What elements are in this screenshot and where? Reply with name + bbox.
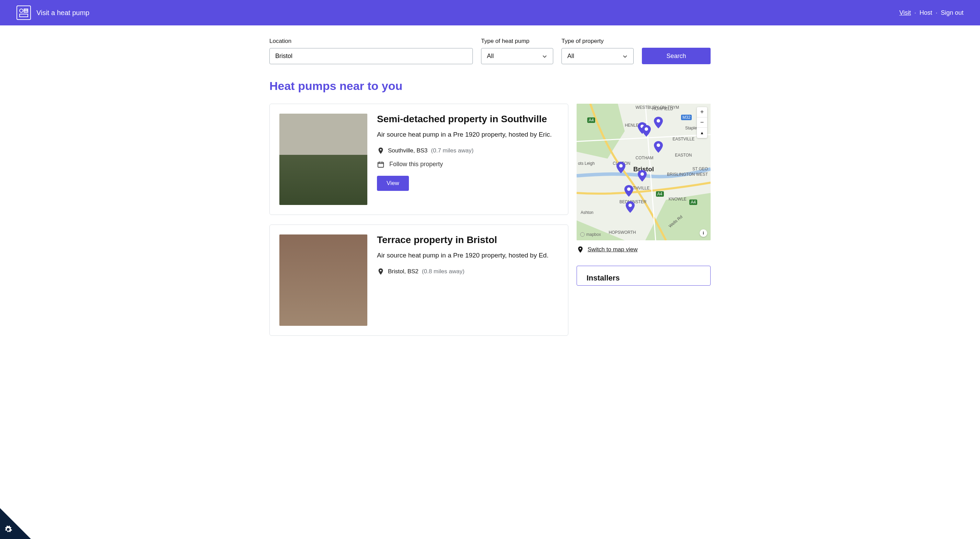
switch-map-link[interactable]: Switch to map view xyxy=(588,246,638,253)
map-pin-icon[interactable] xyxy=(638,170,647,182)
svg-point-5 xyxy=(380,270,382,271)
installers-heading: Installers xyxy=(587,274,701,282)
header-nav: Visit · Host · Sign out xyxy=(899,9,964,16)
map-area-label: HORFIELD xyxy=(652,106,673,111)
heatpump-logo-icon xyxy=(16,5,31,20)
listing-card: Semi-detached property in Southville Air… xyxy=(269,104,568,215)
heatpump-type-label: Type of heat pump xyxy=(481,38,553,44)
map-pin-icon[interactable] xyxy=(624,185,633,197)
view-button[interactable]: View xyxy=(377,176,409,191)
listing-title: Semi-detached property in Southville xyxy=(377,114,552,125)
compass-button[interactable]: ▲ xyxy=(697,128,707,138)
listing-place: Southville, BS3 xyxy=(388,147,428,154)
search-bar: Location Type of heat pump All Type of p… xyxy=(269,38,711,64)
follow-property[interactable]: Follow this property xyxy=(377,161,552,168)
property-type-select[interactable]: All xyxy=(562,48,634,64)
svg-rect-2 xyxy=(19,14,28,17)
top-header: Visit a heat pump Visit · Host · Sign ou… xyxy=(0,0,980,25)
heatpump-type-value: All xyxy=(487,52,494,60)
svg-point-0 xyxy=(19,9,23,13)
listings-column: Semi-detached property in Southville Air… xyxy=(269,104,568,336)
sidebar: WESTBURY ON-TRYM HORFIELD HENLEAZE Stapl… xyxy=(577,104,711,285)
listing-description: Air source heat pump in a Pre 1920 prope… xyxy=(377,130,552,140)
location-input[interactable] xyxy=(269,48,473,64)
map-pin-icon[interactable] xyxy=(642,125,651,136)
listing-description: Air source heat pump in a Pre 1920 prope… xyxy=(377,251,549,260)
location-field: Location xyxy=(269,38,473,64)
heatpump-type-select[interactable]: All xyxy=(481,48,553,64)
nav-separator: · xyxy=(935,9,937,16)
chevron-down-icon xyxy=(542,54,547,59)
map-attribution: mapbox xyxy=(580,232,601,237)
svg-point-3 xyxy=(380,149,382,151)
site-title: Visit a heat pump xyxy=(37,9,89,17)
attribution-icon xyxy=(580,232,585,237)
map-motorway-badge: M32 xyxy=(681,115,692,120)
svg-point-11 xyxy=(619,164,623,168)
map-pin-icon xyxy=(577,246,584,254)
listing-card: Terrace property in Bristol Air source h… xyxy=(269,225,568,336)
svg-point-15 xyxy=(581,232,584,236)
heatpump-type-field: Type of heat pump All xyxy=(481,38,553,64)
property-type-field: Type of property All xyxy=(562,38,634,64)
property-type-value: All xyxy=(567,52,574,60)
svg-point-14 xyxy=(628,204,632,207)
map-pin-icon[interactable] xyxy=(654,141,663,153)
zoom-in-button[interactable]: + xyxy=(697,107,707,117)
map-pin-icon[interactable] xyxy=(626,201,635,213)
nav-visit[interactable]: Visit xyxy=(899,9,911,16)
map-area-label: COTHAM xyxy=(636,155,654,160)
map-area-label: THVILLE xyxy=(633,186,650,190)
map-road-badge: A4 xyxy=(689,200,697,205)
listing-body: Terrace property in Bristol Air source h… xyxy=(377,235,549,326)
listing-body: Semi-detached property in Southville Air… xyxy=(377,114,552,205)
nav-host[interactable]: Host xyxy=(920,9,932,16)
map-area-label: HOPSWORTH xyxy=(609,230,636,235)
map-controls: + − ▲ xyxy=(697,107,707,138)
map-area-label: Ashton xyxy=(581,210,593,215)
location-label: Location xyxy=(269,38,473,44)
search-button[interactable]: Search xyxy=(642,48,711,64)
header-left: Visit a heat pump xyxy=(16,5,89,20)
map-info-button[interactable]: i xyxy=(700,229,707,237)
listing-distance: (0.8 miles away) xyxy=(422,268,465,275)
map-pin-icon[interactable] xyxy=(616,162,625,173)
svg-point-13 xyxy=(627,187,630,191)
map-road-badge: A4 xyxy=(587,117,595,123)
nav-signout[interactable]: Sign out xyxy=(941,9,964,16)
property-type-label: Type of property xyxy=(562,38,634,44)
map-area-label: ST GEO xyxy=(692,166,708,171)
map-road-badge: A4 xyxy=(656,191,664,197)
listing-image xyxy=(279,235,368,326)
calendar-icon xyxy=(377,161,385,168)
map[interactable]: WESTBURY ON-TRYM HORFIELD HENLEAZE Stapl… xyxy=(577,104,711,240)
chevron-down-icon xyxy=(622,54,628,59)
svg-point-9 xyxy=(644,127,648,131)
map-area-label: KNOWLE xyxy=(669,197,687,201)
map-area-label: ots Leigh xyxy=(578,161,595,166)
svg-point-16 xyxy=(580,248,581,250)
map-area-label: EASTVILLE xyxy=(673,136,694,141)
listing-image xyxy=(279,114,368,205)
svg-point-12 xyxy=(641,172,644,176)
map-pin-icon xyxy=(377,268,385,275)
listing-distance: (0.7 miles away) xyxy=(431,147,474,154)
svg-point-7 xyxy=(657,119,660,122)
svg-rect-4 xyxy=(378,162,384,167)
installers-panel: Installers xyxy=(577,266,711,285)
listing-location: Bristol, BS2 (0.8 miles away) xyxy=(377,268,549,275)
zoom-out-button[interactable]: − xyxy=(697,117,707,128)
map-pin-icon[interactable] xyxy=(654,117,663,128)
follow-label: Follow this property xyxy=(389,161,443,168)
nav-separator: · xyxy=(914,9,916,16)
svg-point-10 xyxy=(657,144,660,147)
page-title: Heat pumps near to you xyxy=(269,79,711,93)
map-area-label: EASTON xyxy=(675,153,692,158)
map-area-label: BRISLINGTON WEST xyxy=(667,172,708,177)
switch-to-map-view[interactable]: Switch to map view xyxy=(577,246,711,254)
map-pin-icon xyxy=(377,147,385,154)
map-attribution-text: mapbox xyxy=(586,232,601,237)
listing-place: Bristol, BS2 xyxy=(388,268,418,275)
listing-title: Terrace property in Bristol xyxy=(377,235,549,246)
listing-location: Southville, BS3 (0.7 miles away) xyxy=(377,147,552,154)
